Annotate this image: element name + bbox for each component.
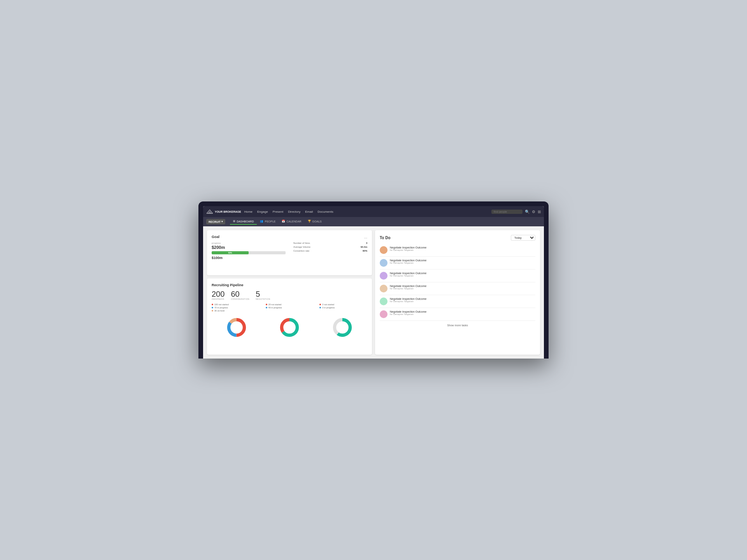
todo-filter-select[interactable]: Today This Week All (511, 235, 535, 241)
todo-task: Negotiate Inspection Outcome (390, 259, 535, 262)
recruit-button[interactable]: RECRUIT ▾ (206, 219, 225, 224)
stat-volume-value: $3.3m (361, 246, 367, 248)
recruit-label: RECRUIT (209, 220, 221, 223)
main-content: Goal ... progress $200m 50% $ (203, 226, 544, 359)
sub-nav: RECRUIT ▾ ⊞ DASHBOARD 👥 PEOPLE 📅 CALENDA… (203, 217, 544, 226)
tab-people-label: PEOPLE (265, 220, 275, 223)
chevron-down-icon: ▾ (221, 220, 223, 223)
tab-dashboard-label: DASHBOARD (237, 220, 254, 223)
pipeline-card: Recruiting Pipeline 200 AWARNESS 60 CONS… (207, 278, 372, 355)
pipeline-stat-consideration: 60 CONSIDERATION (231, 290, 249, 300)
goal-content: progress $200m 50% $100m Number o (212, 242, 367, 260)
stat-conversion-label: Convertion rate (293, 250, 309, 252)
progress-text: 50% (228, 252, 232, 254)
detail-text: 70 in progress (214, 306, 228, 309)
todo-person: for Denayres Targanan (390, 300, 535, 303)
detail-item: 100 not started (212, 303, 260, 306)
nav-directory[interactable]: Directory (288, 209, 300, 214)
avatar (380, 272, 388, 280)
todo-item: Negotiate Inspection Outcome for Denayre… (380, 244, 535, 257)
todo-task: Negotiate Inspection Outcome (390, 285, 535, 287)
avatar (380, 285, 388, 292)
todo-person: for Denayres Targanan (390, 275, 535, 277)
pipeline-stat-negotation: 5 NEGOTATION (256, 290, 270, 300)
goal-card-header: Goal ... (212, 235, 367, 242)
goal-left: progress $200m 50% $100m (212, 242, 286, 260)
blue-dot (266, 307, 267, 308)
avatar (380, 310, 388, 318)
progress-bar-container: 50% (212, 251, 286, 254)
stat-volume: Average Volume $3.3m (293, 246, 367, 248)
todo-item: Negotiate Inspection Outcome for Denayre… (380, 295, 535, 308)
nav-documents[interactable]: Documents (317, 209, 333, 214)
negotation-number: 5 (256, 290, 270, 298)
awareness-label: AWARNESS (212, 298, 224, 300)
donut-chart-negotiation (331, 316, 354, 339)
blue-dot (319, 307, 321, 308)
detail-awareness: 100 not started 70 in progress 30 on hol… (212, 303, 260, 313)
donut-chart-consideration (278, 316, 301, 339)
detail-negotation: 2 not started 3 in progress (319, 303, 367, 313)
todo-text: Negotiate Inspection Outcome for Denayre… (390, 272, 535, 277)
search-icon[interactable]: 🔍 (525, 210, 530, 214)
screen: YOUR BROKERAGE Home Engage Present Direc… (203, 206, 544, 359)
people-icon: 👥 (260, 220, 263, 223)
tab-goals-label: GOALS (312, 220, 322, 223)
donut-negotiation (331, 316, 354, 339)
goal-card-menu[interactable]: ... (364, 235, 367, 239)
avatar (380, 259, 388, 267)
donut-chart-awareness (225, 316, 248, 339)
settings-icon[interactable]: ⚙ (532, 210, 535, 214)
stat-conversion: Convertion rate 90% (293, 250, 367, 252)
logo-area: YOUR BROKERAGE (206, 209, 241, 214)
todo-list: Negotiate Inspection Outcome for Denayre… (380, 244, 535, 321)
detail-text: 20 not started (268, 303, 282, 306)
tab-calendar[interactable]: 📅 CALENDAR (279, 219, 304, 225)
stat-hires-value: 3 (366, 242, 367, 244)
tab-goals[interactable]: 🏆 GOALS (305, 219, 325, 225)
detail-item: 2 not started (319, 303, 367, 306)
todo-item: Negotiate Inspection Outcome for Denayre… (380, 257, 535, 270)
todo-person: for Denayres Targanan (390, 262, 535, 264)
screen-frame: YOUR BROKERAGE Home Engage Present Direc… (198, 201, 549, 359)
detail-text: 100 not started (214, 303, 229, 306)
todo-task: Negotiate Inspection Outcome (390, 246, 535, 249)
detail-text: 30 on hold (214, 310, 224, 312)
todo-card: To Do Today This Week All Negotiate I (375, 230, 540, 355)
laptop-wrapper: YOUR BROKERAGE Home Engage Present Direc… (140, 201, 607, 359)
orange-dot (212, 310, 213, 312)
current-amount: $100m (212, 256, 286, 260)
todo-task: Negotiate Inspection Outcome (390, 272, 535, 275)
top-nav-bar: YOUR BROKERAGE Home Engage Present Direc… (203, 206, 544, 217)
red-dot (266, 304, 267, 305)
tab-people[interactable]: 👥 PEOPLE (257, 219, 279, 225)
nav-email[interactable]: Email (305, 209, 313, 214)
stat-hires-label: Number of hires (293, 242, 310, 244)
todo-person: for Denayres Targanan (390, 249, 535, 251)
grid-icon[interactable]: ⊞ (538, 210, 541, 214)
show-more-button[interactable]: Show more tasks (380, 324, 535, 327)
red-dot (212, 304, 213, 305)
tab-calendar-label: CALENDAR (286, 220, 301, 223)
todo-text: Negotiate Inspection Outcome for Denayre… (390, 259, 535, 264)
pipeline-title: Recruiting Pipeline (212, 283, 367, 287)
pipeline-stat-awareness: 200 AWARNESS (212, 290, 224, 300)
detail-item: 40 in progress (266, 306, 314, 309)
blue-dot (212, 307, 213, 308)
awareness-number: 200 (212, 290, 224, 298)
nav-present[interactable]: Present (273, 209, 284, 214)
detail-item: 3 in progress (319, 306, 367, 309)
goals-icon: 🏆 (308, 220, 311, 223)
donut-awareness (225, 316, 248, 339)
nav-menu: Home Engage Present Directory Email Docu… (244, 209, 488, 214)
nav-engage[interactable]: Engage (257, 209, 268, 214)
detail-text: 40 in progress (268, 306, 282, 309)
negotation-label: NEGOTATION (256, 298, 270, 300)
todo-task: Negotiate Inspection Outcome (390, 310, 535, 313)
todo-item: Negotiate Inspection Outcome for Denayre… (380, 308, 535, 321)
todo-person: for Denayres Targanan (390, 287, 535, 290)
search-input[interactable] (491, 210, 523, 214)
pipeline-stats: 200 AWARNESS 60 CONSIDERATION 5 NEGOTATI… (212, 290, 367, 300)
nav-home[interactable]: Home (244, 209, 253, 214)
tab-dashboard[interactable]: ⊞ DASHBOARD (230, 219, 257, 225)
